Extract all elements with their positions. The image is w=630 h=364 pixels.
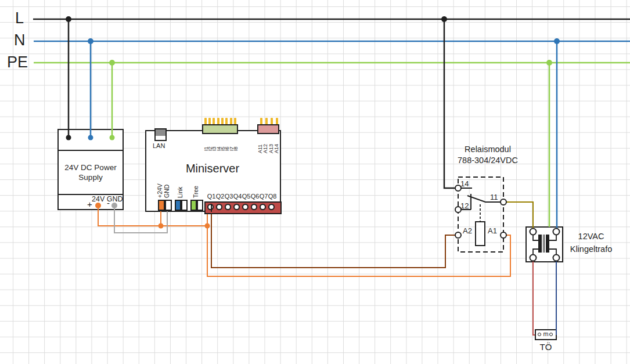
power-supply-name: 24V DC Power Supply [59, 151, 123, 195]
wire-relay-11-to-transformer [506, 202, 533, 229]
bus-label-pe: PE [7, 53, 28, 71]
relay-terminal-14-label: 14 [460, 179, 469, 188]
junction-dot-l-right [441, 16, 447, 22]
q1-terminal [207, 204, 214, 210]
q6-terminal [251, 204, 257, 210]
wire-transformer-to-door-opener-left [533, 261, 535, 335]
q4-terminal [233, 204, 240, 210]
q3-terminal [225, 204, 231, 210]
junction-dot-n-left [88, 38, 93, 44]
analog-label-a12: A12 [262, 144, 268, 153]
junction-dot-pe-right [546, 60, 552, 66]
minus-terminal-label: - [107, 198, 110, 208]
tree-terminal-white [197, 200, 203, 211]
analog-input-connector [257, 124, 279, 134]
analog-label-a14: A14 [273, 144, 279, 153]
relay-module-model: 788-304/24VDC [450, 155, 525, 166]
relay-coil-symbol [476, 222, 485, 246]
q7-terminal [260, 204, 266, 210]
lan-port [154, 128, 167, 141]
wiring-diagram: L N PE 24V DC Power Supply 24V GND + - M… [0, 0, 630, 364]
relay-terminal-a1 [501, 232, 506, 238]
relay-terminal-11-label: 11 [490, 193, 498, 201]
transformer-voltage-label: 12VAC [565, 231, 617, 242]
relay-module-name: Relaismodul [450, 144, 525, 155]
supply-gnd-terminal [165, 200, 172, 211]
q8-terminal [268, 204, 275, 210]
bus-label-n: N [14, 31, 26, 49]
plus-terminal-label: + [87, 199, 92, 209]
relay-dashed-outline [458, 177, 503, 252]
junction-dot-l-left [66, 16, 71, 22]
power-supply-input-strip [59, 130, 123, 151]
relay-terminal-11 [501, 199, 506, 205]
tree-terminal [190, 200, 197, 211]
wire-junction-dots [159, 224, 210, 229]
relay-module-symbol [455, 177, 506, 252]
link-terminal-white [181, 200, 188, 211]
junction-dot-n-right [554, 38, 560, 44]
door-opener-symbol: m [542, 330, 549, 337]
q5-terminal [242, 204, 249, 210]
relay-module-title: Relaismodul 788-304/24VDC [450, 144, 525, 166]
relay-coil-a1-label: A1 [488, 226, 497, 235]
junction-dot-24v-feed [159, 224, 164, 229]
miniserver-title: Miniserver [145, 162, 280, 175]
bell-transformer-box [525, 226, 563, 262]
relay-terminal-a2 [455, 232, 461, 238]
link-label: Link [177, 187, 183, 198]
lan-label: LAN [153, 142, 165, 149]
q8-label: Q8 [267, 193, 278, 200]
psu-feed-wires [69, 19, 112, 138]
dc-wires [98, 202, 556, 335]
door-opener-label: TÖ [534, 342, 558, 352]
junction-dot-pe-left [109, 60, 115, 66]
digital-input-connector [202, 124, 238, 134]
supply-24v-terminal [158, 200, 165, 211]
wire-24v-to-relay-a1 [207, 214, 510, 276]
tree-label: Tree [192, 186, 199, 198]
door-opener-terminal-right [549, 333, 553, 336]
bus-junction-dots [66, 16, 560, 66]
power-supply-name-line2: Supply [78, 172, 102, 182]
bus-lines [33, 19, 630, 63]
q2-terminal [216, 204, 222, 210]
input-label-i8: I8 [233, 146, 239, 151]
supply-gnd-label: GND [163, 185, 170, 198]
q1-screw-slot [211, 204, 212, 212]
junction-dot-q1-rail [205, 224, 210, 229]
supply-24v-label: +24V [156, 183, 163, 198]
wire-q1-to-relay-a2 [211, 214, 455, 268]
link-terminal [175, 200, 181, 211]
transformer-name-label: Klingeltrafo [565, 244, 617, 255]
door-opener-terminal-left [538, 333, 541, 336]
relay-coil-a2-label: A2 [463, 226, 472, 235]
relay-terminal-12-label: 12 [460, 201, 469, 210]
bus-label-l: L [15, 9, 24, 27]
power-supply-name-line1: 24V DC Power [64, 163, 116, 172]
